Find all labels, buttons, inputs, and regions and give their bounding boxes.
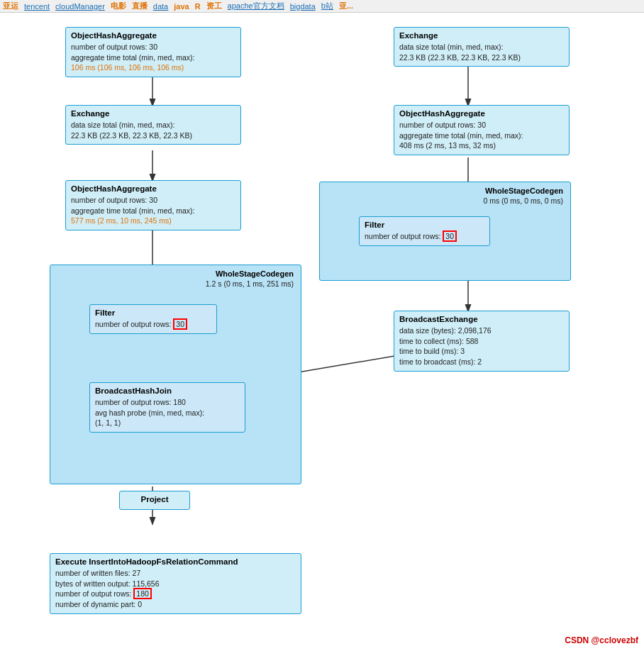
topbar-item-10[interactable]: apache官方文档 [228, 1, 284, 11]
node-info-1: number of output rows: 30 aggregate time… [71, 42, 235, 73]
bcast-exchange-info: data size (bytes): 2,098,176 time to col… [399, 326, 564, 367]
filter-right-title: Filter [365, 221, 484, 229]
project-title: Project [125, 495, 184, 503]
topbar-item-9: 资工 [206, 1, 222, 11]
topbar-item-6[interactable]: data [153, 2, 168, 11]
node-exchange-left-title: Exchange [71, 109, 235, 118]
filter-left-value: 30 [173, 318, 187, 330]
node-exchange-right: Exchange data size total (min, med, max)… [394, 27, 570, 67]
exchange-right-info: data size total (min, med, max): 22.3 KB… [399, 42, 564, 62]
execute-info: number of written files: 27 bytes of wri… [55, 568, 296, 610]
topbar-item-4: 电影 [111, 1, 126, 11]
node-bcast-hash-join: BroadcastHashJoin number of output rows:… [89, 382, 245, 433]
wsc-container-left: WholeStageCodegen 1.2 s (0 ms, 1 ms, 251… [50, 265, 301, 484]
node-bcast-exchange: BroadcastExchange data size (bytes): 2,0… [394, 311, 570, 372]
node-obj-hash-agg-2-info: number of output rows: 30 aggregate time… [71, 195, 235, 226]
node-obj-hash-agg-1: ObjectHashAggregate number of output row… [65, 27, 241, 77]
node-title-1: ObjectHashAggregate [71, 31, 235, 40]
wsc-container-right: WholeStageCodegen 0 ms (0 ms, 0 ms, 0 ms… [319, 182, 571, 281]
topbar-item-12[interactable]: b站 [321, 1, 333, 11]
topbar-item-8: R [195, 2, 201, 11]
topbar-item-11[interactable]: bigdata [290, 2, 316, 11]
exchange-right-title: Exchange [399, 31, 564, 40]
wsc-sublabel-right: 0 ms (0 ms, 0 ms, 0 ms) [483, 196, 563, 205]
node-filter-left: Filter number of output rows: 30 [89, 304, 217, 334]
node-project: Project [119, 491, 190, 510]
wsc-sublabel-left: 1.2 s (0 ms, 1 ms, 251 ms) [206, 279, 294, 288]
obj-hash-agg-right-title: ObjectHashAggregate [399, 109, 564, 118]
bcast-exchange-title: BroadcastExchange [399, 315, 564, 323]
node-execute: Execute InsertIntoHadoopFsRelationComman… [50, 553, 301, 614]
filter-right-info: number of output rows: 30 [365, 231, 484, 242]
node-exchange-left-info: data size total (min, med, max): 22.3 KB… [71, 120, 235, 140]
main-content: ObjectHashAggregate number of output row… [0, 13, 644, 651]
watermark: CSDN @cclovezbf [565, 635, 638, 645]
filter-left-info: number of output rows: 30 [95, 319, 211, 330]
wsc-label-left: WholeStageCodegen [216, 269, 294, 278]
topbar-item-2[interactable]: tencent [24, 2, 50, 11]
node-filter-right: Filter number of output rows: 30 [359, 216, 490, 246]
top-bar: 亚运 tencent cloudManager 电影 直播 data java … [0, 0, 644, 13]
wsc-label-right: WholeStageCodegen [485, 187, 563, 195]
topbar-item-7: java [174, 2, 189, 11]
topbar-item-3[interactable]: cloudManager [55, 2, 105, 11]
filter-right-value: 30 [443, 230, 457, 242]
execute-value: 180 [133, 588, 152, 599]
node-obj-hash-agg-2-title: ObjectHashAggregate [71, 184, 235, 193]
filter-left-title: Filter [95, 308, 211, 317]
node-obj-hash-agg-2: ObjectHashAggregate number of output row… [65, 180, 241, 230]
bcast-join-title: BroadcastHashJoin [95, 386, 240, 395]
execute-title: Execute InsertIntoHadoopFsRelationComman… [55, 557, 296, 566]
bcast-join-info: number of output rows: 180 avg hash prob… [95, 397, 240, 428]
obj-hash-agg-right-info: number of output rows: 30 aggregate time… [399, 120, 564, 151]
topbar-item-13: 亚... [339, 1, 353, 11]
topbar-item-1: 亚运 [3, 1, 18, 11]
topbar-item-5: 直播 [132, 1, 148, 11]
node-exchange-left: Exchange data size total (min, med, max)… [65, 105, 241, 145]
node-obj-hash-agg-right: ObjectHashAggregate number of output row… [394, 105, 570, 155]
